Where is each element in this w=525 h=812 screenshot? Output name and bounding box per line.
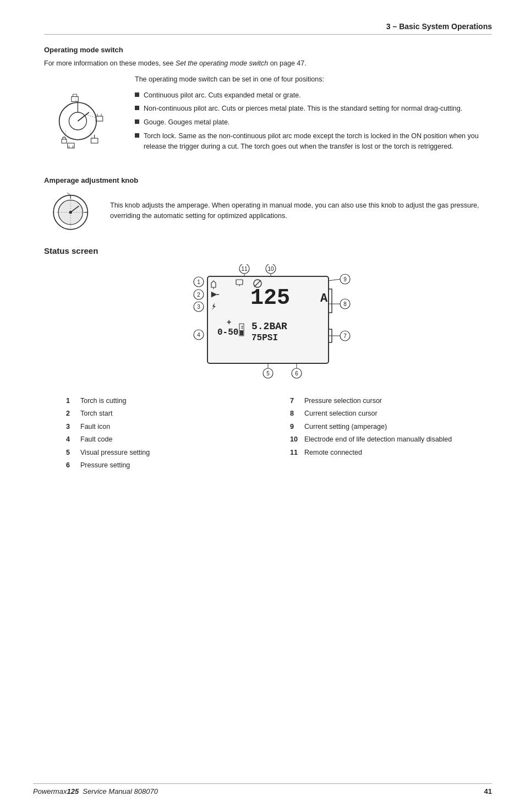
- operating-mode-preamble: The operating mode switch can be set in …: [135, 74, 492, 85]
- legend-item-11: 11 Remote connected: [290, 448, 492, 458]
- svg-text:3: 3: [197, 304, 200, 310]
- footer-manual-info: Service Manual 808070: [83, 787, 158, 795]
- bullet-3: [135, 119, 139, 124]
- svg-text:A: A: [320, 292, 328, 306]
- svg-text:75PSI: 75PSI: [251, 333, 278, 343]
- brand-italic: Powermax125: [33, 787, 79, 795]
- legend-label-8: Current selection cursor: [304, 409, 378, 419]
- legend-item-3: 3 Fault icon: [66, 422, 268, 432]
- mode-item-4: Torch lock. Same as the non-continuous p…: [135, 131, 492, 152]
- svg-point-1: [69, 112, 86, 130]
- svg-text:1: 1: [197, 279, 200, 285]
- legend-label-4: Fault code: [80, 435, 112, 445]
- svg-text:+: +: [227, 318, 231, 326]
- status-display-svg: 125 A + 0-50 5.2BAR 75PSI 1 2 3: [158, 264, 378, 385]
- footer-page-num: 41: [484, 787, 492, 795]
- status-screen-heading: Status screen: [44, 246, 492, 255]
- legend-num-10: 10: [290, 435, 300, 445]
- svg-rect-41: [242, 328, 243, 329]
- legend-num-2: 2: [66, 409, 76, 419]
- legend-num-11: 11: [290, 448, 300, 458]
- intro-ref-link: Set the operating mode switch: [176, 59, 268, 67]
- mode-item-2: Non-continuous pilot arc. Cuts or pierce…: [135, 103, 492, 114]
- legend-label-5: Visual pressure setting: [80, 448, 150, 458]
- legend-item-5: 5 Visual pressure setting: [66, 448, 268, 458]
- svg-rect-12: [68, 143, 74, 148]
- svg-line-17: [75, 99, 78, 102]
- legend-num-9: 9: [290, 422, 300, 432]
- legend-item-4: 4 Fault code: [66, 435, 268, 445]
- svg-point-29: [69, 211, 72, 214]
- svg-text:9: 9: [343, 276, 347, 282]
- legend-label-11: Remote connected: [304, 448, 362, 458]
- svg-line-67: [329, 279, 340, 281]
- svg-text:7: 7: [343, 333, 347, 339]
- operating-mode-section: The operating mode switch can be set in …: [44, 74, 492, 165]
- legend-num-5: 5: [66, 448, 76, 458]
- legend-label-1: Torch is cutting: [80, 396, 126, 406]
- svg-text:11: 11: [241, 266, 248, 272]
- amperage-description: This knob adjusts the amperage. When ope…: [110, 200, 492, 221]
- legend-right-column: 7 Pressure selection cursor 8 Current se…: [290, 396, 492, 474]
- svg-text:125: 125: [250, 286, 290, 310]
- bullet-4: [135, 133, 139, 138]
- svg-text:0-50: 0-50: [217, 328, 238, 337]
- legend-label-10: Electrode end of life detection manually…: [304, 435, 452, 445]
- page-footer: Powermax125 Service Manual 808070 41: [33, 783, 492, 795]
- svg-text:5: 5: [266, 370, 270, 377]
- legend-label-3: Fault icon: [80, 422, 110, 432]
- chapter-title: 3 – Basic System Operations: [386, 22, 492, 31]
- legend-item-1: 1 Torch is cutting: [66, 396, 268, 406]
- legend-label-2: Torch start: [80, 409, 112, 419]
- legend-container: 1 Torch is cutting 2 Torch start 3 Fault…: [66, 396, 492, 474]
- torch-diagram: [44, 74, 124, 165]
- operating-mode-content: The operating mode switch can be set in …: [135, 74, 492, 165]
- legend-label-6: Pressure setting: [80, 461, 130, 471]
- svg-text:2: 2: [197, 292, 200, 298]
- legend-item-8: 8 Current selection cursor: [290, 409, 492, 419]
- amperage-heading: Amperage adjustment knob: [44, 176, 492, 184]
- svg-text:10: 10: [267, 266, 274, 272]
- svg-rect-40: [240, 330, 243, 335]
- mode-list: Continuous pilot arc. Cuts expanded meta…: [135, 90, 492, 152]
- legend-item-2: 2 Torch start: [66, 409, 268, 419]
- brand-num: 125: [67, 787, 79, 795]
- footer-brand: Powermax125 Service Manual 808070: [33, 787, 158, 795]
- legend-num-7: 7: [290, 396, 300, 406]
- legend-item-10: 10 Electrode end of life detection manua…: [290, 435, 492, 445]
- svg-text:4: 4: [197, 332, 200, 338]
- legend-num-3: 3: [66, 422, 76, 432]
- svg-line-18: [86, 115, 96, 117]
- page-header: 3 – Basic System Operations: [44, 22, 492, 35]
- svg-text:6: 6: [295, 370, 298, 377]
- svg-text:8: 8: [343, 301, 347, 307]
- page-container: 3 – Basic System Operations Operating mo…: [0, 0, 525, 812]
- legend-num-4: 4: [66, 435, 76, 445]
- svg-text:5.2BAR: 5.2BAR: [251, 321, 287, 332]
- mode-item-1: Continuous pilot arc. Cuts expanded meta…: [135, 90, 492, 101]
- legend-num-6: 6: [66, 461, 76, 471]
- legend-num-8: 8: [290, 409, 300, 419]
- legend-left-column: 1 Torch is cutting 2 Torch start 3 Fault…: [66, 396, 268, 474]
- operating-mode-heading: Operating mode switch: [44, 46, 492, 54]
- legend-item-9: 9 Current setting (amperage): [290, 422, 492, 432]
- legend-label-9: Current setting (amperage): [304, 422, 387, 432]
- amperage-section: This knob adjusts the amperage. When ope…: [44, 189, 492, 233]
- svg-line-16: [78, 112, 89, 121]
- svg-rect-6: [96, 116, 102, 121]
- svg-rect-42: [242, 326, 243, 327]
- svg-rect-9: [91, 138, 97, 143]
- mode-item-3: Gouge. Gouges metal plate.: [135, 117, 492, 128]
- svg-rect-11: [62, 139, 67, 143]
- legend-num-1: 1: [66, 396, 76, 406]
- bullet-2: [135, 106, 139, 110]
- svg-rect-2: [72, 96, 78, 101]
- bullet-1: [135, 92, 139, 97]
- status-screen-diagram-container: 125 A + 0-50 5.2BAR 75PSI 1 2 3: [44, 264, 492, 385]
- legend-item-6: 6 Pressure setting: [66, 461, 268, 471]
- knob-diagram: [44, 189, 99, 233]
- legend-item-7: 7 Pressure selection cursor: [290, 396, 492, 406]
- legend-label-7: Pressure selection cursor: [304, 396, 382, 406]
- operating-mode-intro: For more information on these modes, see…: [44, 58, 492, 69]
